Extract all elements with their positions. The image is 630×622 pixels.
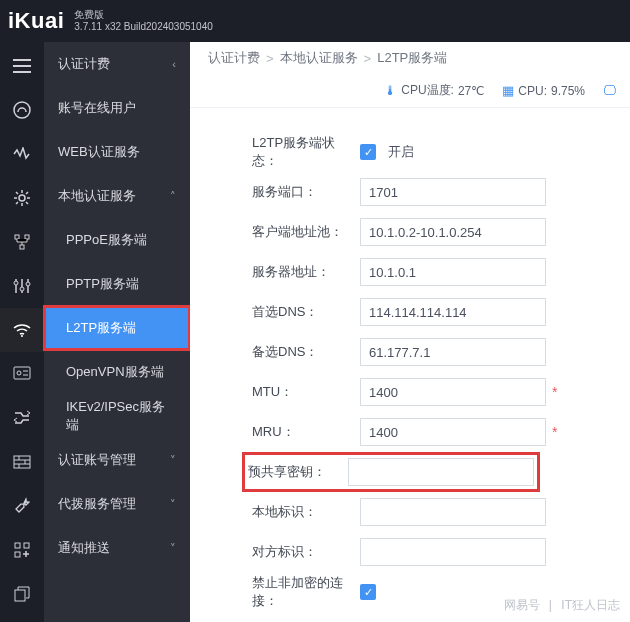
form-label: 客户端地址池： [190,223,360,241]
required-marker: * [552,424,557,440]
form-row-3: 服务器地址： [190,252,630,292]
settings-icon[interactable] [0,176,44,220]
sidebar-item-label: 通知推送 [58,539,110,557]
sidebar-item-label: 账号在线用户 [58,99,136,117]
apps-icon[interactable] [0,528,44,572]
form-field [360,258,630,286]
text-input[interactable] [348,458,534,486]
route-icon[interactable] [0,396,44,440]
icon-rail [0,42,44,622]
firewall-icon[interactable] [0,440,44,484]
crumb-2[interactable]: 本地认证服务 [280,49,358,67]
svg-rect-3 [25,235,29,239]
form-row-2: 客户端地址池： [190,212,630,252]
checkbox[interactable]: ✓ [360,144,376,160]
form-field [360,538,630,566]
sidebar-item-0[interactable]: 认证计费‹ [44,42,190,86]
form-row-4: 首选DNS： [190,292,630,332]
text-input[interactable] [360,218,546,246]
sidebar-item-6[interactable]: L2TP服务端 [44,306,190,350]
svg-point-6 [20,287,24,291]
sidebar-item-label: 代拨服务管理 [58,495,136,513]
wrench-icon[interactable] [0,484,44,528]
form-field [360,338,630,366]
edition-label: 免费版 [74,9,212,21]
monitor-icon[interactable] [0,132,44,176]
form-field [360,498,630,526]
text-input[interactable] [360,498,546,526]
text-input[interactable] [360,538,546,566]
form-label: 服务器地址： [190,263,360,281]
sidebar-item-5[interactable]: PPTP服务端 [44,262,190,306]
sidebar-item-label: 认证账号管理 [58,451,136,469]
form-field [360,218,630,246]
text-input[interactable] [360,298,546,326]
form-label: 备选DNS： [190,343,360,361]
text-input[interactable] [360,418,546,446]
more-stats-icon[interactable]: 🖵 [603,83,616,98]
sidebar-item-2[interactable]: WEB认证服务 [44,130,190,174]
watermark-sep: | [549,598,552,612]
form-row-5: 备选DNS： [190,332,630,372]
form-label: 对方标识： [190,543,360,561]
form-label: MRU： [190,423,360,441]
watermark: 网易号 | IT狂人日志 [504,597,620,614]
form-row-7: MRU：* [190,412,630,452]
form-row-6: MTU：* [190,372,630,412]
sidebar-item-8[interactable]: IKEv2/IPSec服务端 [44,394,190,438]
breadcrumb: 认证计费 > 本地认证服务 > L2TP服务端 [190,42,630,74]
svg-point-7 [26,282,30,286]
sidebar-item-1[interactable]: 账号在线用户 [44,86,190,130]
cpu-value: 9.75% [551,84,585,98]
sidebar-item-label: IKEv2/IPSec服务端 [66,398,176,434]
checkbox[interactable]: ✓ [360,584,376,600]
checkbox-label: 开启 [388,143,414,161]
sidebar-item-11[interactable]: 通知推送˅ [44,526,190,570]
sidebar-item-label: PPPoE服务端 [66,231,147,249]
cpu-icon: ▦ [502,83,514,98]
chevron-icon: ˅ [170,454,176,467]
text-input[interactable] [360,178,546,206]
svg-rect-14 [15,552,20,557]
temp-label: CPU温度: [401,82,454,99]
svg-rect-9 [14,367,30,379]
form-field: ✓开启 [360,143,630,161]
sidebar-item-9[interactable]: 认证账号管理˅ [44,438,190,482]
form-field: * [360,378,630,406]
svg-rect-11 [14,456,30,468]
copy-icon[interactable] [0,572,44,616]
sidebar-item-label: PPTP服务端 [66,275,139,293]
form-label: 预共享密钥： [248,463,348,481]
crumb-sep: > [364,51,372,66]
menu-icon[interactable] [0,44,44,88]
form-field: * [360,418,630,446]
network-icon[interactable] [0,220,44,264]
crumb-3[interactable]: L2TP服务端 [377,49,447,67]
settings-form: L2TP服务端状态：✓开启服务端口：客户端地址池：服务器地址：首选DNS：备选D… [190,108,630,612]
form-row-0: L2TP服务端状态：✓开启 [190,132,630,172]
text-input[interactable] [360,258,546,286]
form-label: 服务端口： [190,183,360,201]
sidebar-item-label: OpenVPN服务端 [66,363,164,381]
version-block: 免费版 3.7.11 x32 Build202403051040 [74,9,212,33]
sidebar-item-7[interactable]: OpenVPN服务端 [44,350,190,394]
content-area: 认证计费 > 本地认证服务 > L2TP服务端 🌡 CPU温度: 27℃ ▦ C… [190,42,630,622]
crumb-1[interactable]: 认证计费 [208,49,260,67]
svg-rect-12 [15,543,20,548]
wifi-icon[interactable] [0,308,44,352]
svg-rect-2 [15,235,19,239]
dashboard-icon[interactable] [0,88,44,132]
text-input[interactable] [360,338,546,366]
sidebar: 认证计费‹账号在线用户WEB认证服务本地认证服务˄PPPoE服务端PPTP服务端… [44,42,190,622]
sidebar-item-10[interactable]: 代拨服务管理˅ [44,482,190,526]
svg-point-10 [17,371,21,375]
sidebar-item-3[interactable]: 本地认证服务˄ [44,174,190,218]
text-input[interactable] [360,378,546,406]
chevron-icon: ‹ [172,58,176,70]
auth-icon[interactable] [0,352,44,396]
temp-value: 27℃ [458,84,484,98]
tuning-icon[interactable] [0,264,44,308]
sidebar-item-label: L2TP服务端 [66,319,136,337]
required-marker: * [552,384,557,400]
sidebar-item-4[interactable]: PPPoE服务端 [44,218,190,262]
